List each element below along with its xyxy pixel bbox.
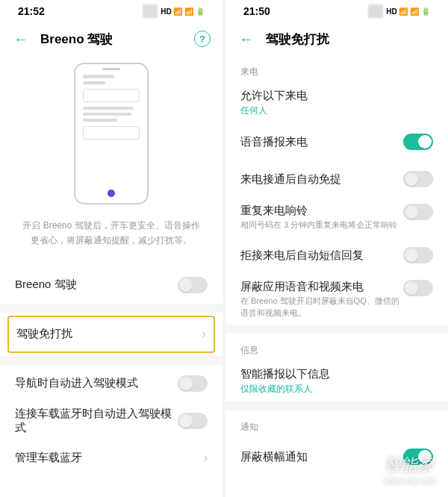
- screenshot-right: 21:50 HD 📶 📶 🔋 ← 驾驶免打扰 来电 允许以下来电 任何人 语音播…: [225, 0, 448, 497]
- highlight-dnd: 驾驶免打扰 ›: [7, 316, 215, 353]
- row-label: 驾驶免打扰: [16, 327, 202, 341]
- toggle-repeat-ring[interactable]: [403, 204, 433, 220]
- chevron-right-icon: ›: [203, 450, 208, 466]
- toggle-block-banner[interactable]: [403, 448, 433, 465]
- status-icons: HD 📶 📶 🔋: [143, 4, 205, 18]
- row-label: 连接车载蓝牙时自动进入驾驶模式: [15, 407, 178, 435]
- back-icon[interactable]: ←: [12, 31, 30, 48]
- toggle-block-appcall[interactable]: [403, 280, 433, 296]
- row-value: 仅限收藏的联系人: [240, 383, 433, 396]
- row-breeno-drive[interactable]: Breeno 驾驶: [0, 266, 223, 304]
- section-header-messages: 信息: [225, 334, 448, 361]
- page-title: 驾驶免打扰: [266, 31, 436, 48]
- row-block-banner[interactable]: 屏蔽横幅通知: [225, 438, 448, 475]
- title-bar: ← Breeno 驾驶 ?: [0, 22, 223, 55]
- status-bar: 21:52 HD 📶 📶 🔋: [0, 0, 223, 22]
- description-text: 开启 Breeno 驾驶后，开车更安全、语音操作更省心，将屏蔽通知提醒，减少打扰…: [0, 204, 223, 266]
- row-label: 重复来电响铃: [240, 204, 403, 218]
- row-label: 管理车载蓝牙: [15, 451, 203, 465]
- row-auto-nav[interactable]: 导航时自动进入驾驶模式: [0, 365, 223, 402]
- row-drive-dnd[interactable]: 驾驶免打扰 ›: [9, 317, 214, 351]
- row-label: 智能播报以下信息: [240, 367, 433, 381]
- row-label: 语音播报来电: [240, 135, 403, 149]
- phone-mockup: [74, 63, 149, 204]
- row-auto-bt[interactable]: 连接车载蓝牙时自动进入驾驶模式: [0, 402, 223, 440]
- row-value: 任何人: [240, 104, 433, 117]
- illustration: [0, 63, 223, 204]
- row-allow-calls[interactable]: 允许以下来电 任何人: [225, 83, 448, 123]
- row-label: 允许以下来电: [240, 89, 433, 103]
- row-auto-reply[interactable]: 拒接来电后自动短信回复: [225, 237, 448, 274]
- screenshot-left: 21:52 HD 📶 📶 🔋 ← Breeno 驾驶 ? 开启 Breeno 驾…: [0, 0, 223, 497]
- row-auto-handsfree[interactable]: 来电接通后自动免提: [225, 160, 448, 198]
- row-label: 屏蔽应用语音和视频来电: [240, 280, 403, 294]
- row-smart-broadcast[interactable]: 智能播报以下信息 仅限收藏的联系人: [225, 361, 448, 401]
- status-time: 21:52: [18, 5, 45, 17]
- row-sublabel: 相同号码在 3 分钟内重复来电将会正常响铃: [240, 219, 403, 231]
- section-header-calls: 来电: [225, 55, 448, 83]
- page-title: Breeno 驾驶: [40, 31, 184, 48]
- section-header-notifications: 通知: [225, 410, 448, 438]
- divider: [225, 325, 448, 334]
- divider: [0, 356, 223, 365]
- row-label: 来电接通后自动免提: [240, 172, 403, 187]
- row-sublabel: 在 Breeno 驾驶开启时屏蔽来自QQ、微信的语音和视频来电。: [240, 296, 403, 319]
- row-block-appcall[interactable]: 屏蔽应用语音和视频来电 在 Breeno 驾驶开启时屏蔽来自QQ、微信的语音和视…: [225, 274, 448, 325]
- row-voice-announce[interactable]: 语音播报来电: [225, 123, 448, 160]
- status-icons: HD 📶 📶 🔋: [368, 4, 430, 18]
- toggle-auto-nav[interactable]: [178, 375, 208, 392]
- row-repeat-ring[interactable]: 重复来电响铃 相同号码在 3 分钟内重复来电将会正常响铃: [225, 198, 448, 237]
- divider: [0, 304, 223, 313]
- toggle-auto-reply[interactable]: [403, 247, 433, 263]
- row-label: 屏蔽横幅通知: [240, 450, 403, 464]
- back-icon[interactable]: ←: [237, 31, 255, 48]
- status-time: 21:50: [243, 5, 270, 17]
- toggle-voice-announce[interactable]: [403, 134, 433, 150]
- row-manage-bt[interactable]: 管理车载蓝牙 ›: [0, 440, 223, 477]
- status-bar: 21:50 HD 📶 📶 🔋: [225, 0, 448, 22]
- toggle-auto-handsfree[interactable]: [403, 171, 433, 187]
- divider: [225, 401, 448, 410]
- toggle-breeno-drive[interactable]: [178, 277, 208, 293]
- help-icon[interactable]: ?: [194, 31, 211, 47]
- chevron-right-icon: ›: [202, 326, 206, 342]
- title-bar: ← 驾驶免打扰: [225, 22, 448, 55]
- row-label: 导航时自动进入驾驶模式: [15, 376, 178, 390]
- row-label: Breeno 驾驶: [15, 278, 178, 292]
- row-label: 拒接来电后自动短信回复: [240, 248, 403, 263]
- toggle-auto-bt[interactable]: [178, 413, 208, 429]
